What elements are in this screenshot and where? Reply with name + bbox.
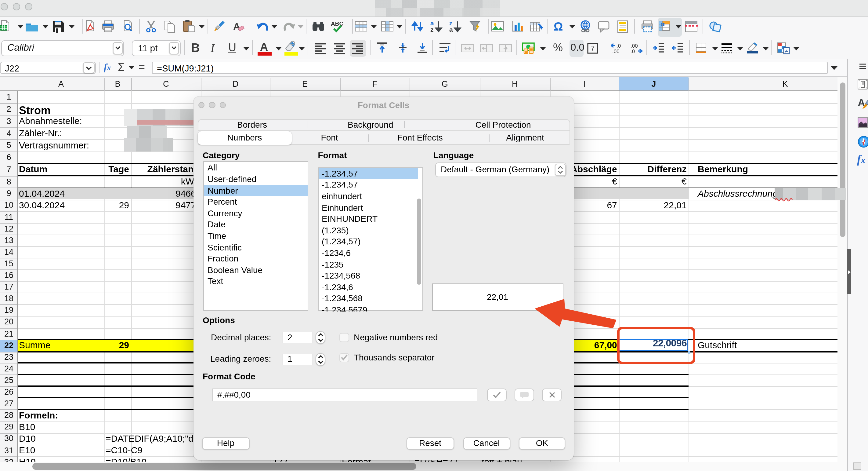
svg-text:ABC: ABC — [331, 21, 343, 27]
svg-text:a: a — [450, 26, 453, 33]
svg-text:7: 7 — [591, 44, 594, 52]
svg-text:.00: .00 — [612, 49, 620, 54]
svg-text:.0: .0 — [630, 49, 635, 54]
svg-text:a: a — [431, 20, 434, 27]
svg-text:z: z — [431, 26, 434, 33]
svg-text:z: z — [450, 20, 453, 27]
svg-text:≠: ≠ — [785, 47, 788, 54]
svg-text:.00: .00 — [630, 43, 638, 49]
svg-text:.0: .0 — [617, 43, 621, 49]
